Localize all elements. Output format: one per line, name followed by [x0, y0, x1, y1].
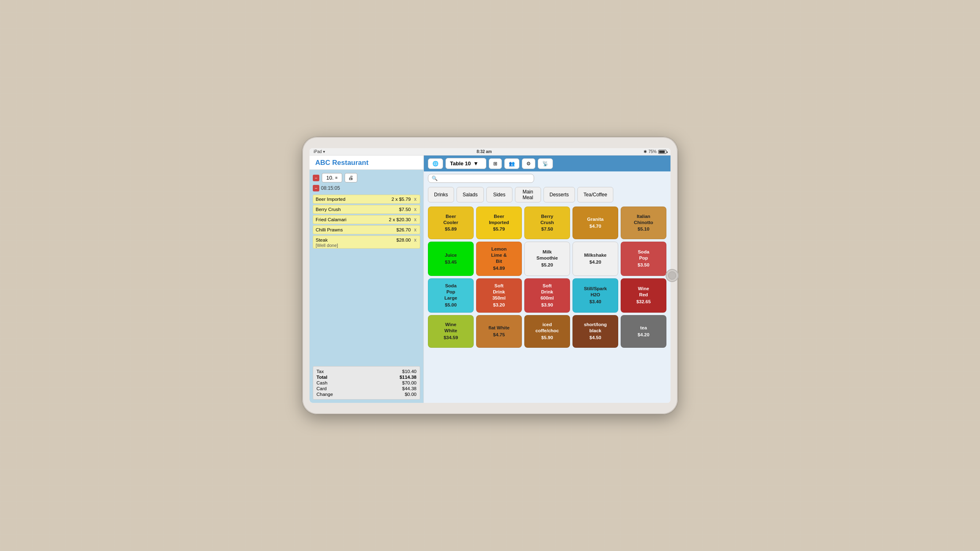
antenna-btn[interactable]: 📡: [538, 158, 553, 169]
menu-item-price: $5.10: [638, 226, 650, 232]
left-panel: ABC Restaurant − 10. ≡ 🖨 −: [310, 156, 424, 403]
menu-item-price: $3.20: [493, 302, 505, 308]
menu-item-name: BerryCrush: [540, 213, 554, 226]
item-note: [Well done]: [313, 242, 420, 249]
menu-item-price: $4.20: [638, 332, 650, 338]
status-bar: iPad ▾ 8:32 am ✱ 75%: [310, 148, 670, 156]
item-price: 2 x $5.79: [392, 197, 411, 202]
menu-item-granita[interactable]: Granita$4.70: [572, 207, 618, 239]
menu-item-beer-cooler[interactable]: BeerCooler$5.89: [428, 207, 474, 239]
tax-value: $10.40: [402, 369, 416, 374]
menu-item-name: SoftDrink600ml: [541, 283, 554, 301]
remove-item-btn[interactable]: x: [413, 207, 417, 212]
menu-item-still-spark[interactable]: Still/SparkH2O$3.40: [572, 278, 618, 313]
globe-icon: 🌐: [432, 161, 439, 167]
search-input[interactable]: [439, 176, 530, 181]
menu-item-price: $3.50: [638, 262, 650, 268]
tab-main-meal[interactable]: MainMeal: [515, 187, 541, 202]
menu-item-wine-red[interactable]: WineRed$32.65: [621, 278, 666, 313]
remove-item-btn[interactable]: x: [413, 237, 417, 243]
item-price: $7.50: [399, 207, 411, 212]
order-item: Chilli Prawns $26.70 x: [313, 225, 420, 234]
menu-item-soft-drink-600[interactable]: SoftDrink600ml$3.90: [524, 278, 570, 313]
tax-label: Tax: [316, 369, 324, 374]
settings-btn[interactable]: ⚙: [522, 158, 535, 169]
item-price: $28.00: [396, 238, 411, 242]
remove-item-btn[interactable]: x: [413, 217, 417, 222]
card-value: $44.38: [402, 386, 416, 391]
menu-item-name: LemonLime &Bit: [491, 246, 507, 264]
menu-item-price: $5.79: [493, 226, 505, 232]
item-name: Beer Imported: [316, 197, 392, 202]
calc-btn[interactable]: ⊞: [489, 158, 502, 169]
menu-item-name: SodaPopLarge: [444, 283, 457, 301]
right-panel: 🌐 Table 10 ▼ ⊞ 👥 ⚙: [424, 156, 670, 403]
tab-desserts[interactable]: Desserts: [543, 187, 575, 202]
order-number[interactable]: 10. ≡: [322, 173, 342, 182]
menu-item-lemon-lime[interactable]: LemonLime &Bit$4.89: [476, 242, 522, 276]
menu-item-soft-drink-350[interactable]: SoftDrink350ml$3.20: [476, 278, 522, 313]
menu-item-soda-pop-large[interactable]: SodaPopLarge$5.00: [428, 278, 474, 313]
menu-item-name: Still/SparkH2O: [584, 286, 607, 298]
menu-item-price: $34.59: [443, 335, 458, 341]
tab-sides[interactable]: Sides: [486, 187, 512, 202]
collapse-time-btn[interactable]: −: [313, 185, 319, 191]
menu-item-wine-white[interactable]: WineWhite$34.59: [428, 315, 474, 348]
order-time-row: − 08:15:05: [313, 185, 420, 191]
battery-icon: [658, 150, 666, 154]
order-item: Fried Calamari 2 x $20.30 x: [313, 215, 420, 224]
status-left: iPad ▾: [314, 149, 325, 154]
menu-item-price: $4.75: [493, 332, 505, 338]
menu-item-name: short/longblack: [584, 322, 607, 334]
menu-item-name: flat White: [488, 325, 510, 331]
menu-item-iced-coffee[interactable]: icedcoffe/choc$5.90: [524, 315, 570, 348]
menu-item-juice[interactable]: Juice$3.45: [428, 242, 474, 276]
tab-salads[interactable]: Salads: [457, 187, 484, 202]
menu-item-price: $5.20: [541, 262, 553, 268]
order-totals: Tax $10.40 Total $114.38 Cash $70.00 C: [313, 366, 420, 400]
menu-item-name: BeerImported: [489, 213, 509, 226]
menu-item-name: SodaPop: [638, 249, 649, 261]
globe-btn[interactable]: 🌐: [428, 158, 443, 169]
menu-item-beer-imported[interactable]: BeerImported$5.79: [476, 207, 522, 239]
item-name: Steak: [316, 238, 396, 242]
order-items-list: Beer Imported 2 x $5.79 x Berry Crush $7…: [313, 195, 420, 363]
menu-item-tea[interactable]: tea$4.20: [621, 315, 666, 348]
search-bar: 🔍: [424, 171, 670, 185]
collapse-order-btn[interactable]: −: [313, 175, 319, 181]
menu-item-flat-white[interactable]: flat White$4.75: [476, 315, 522, 348]
table-label: Table 10: [450, 160, 471, 167]
antenna-icon: 📡: [542, 161, 548, 167]
remove-item-btn[interactable]: x: [413, 227, 417, 233]
menu-item-short-long-black[interactable]: short/longblack$4.50: [572, 315, 618, 348]
home-button[interactable]: [666, 269, 679, 282]
item-name: Fried Calamari: [316, 217, 389, 222]
menu-item-italian-chinotto[interactable]: ItalianChinotto$5.10: [621, 207, 666, 239]
status-time: 8:32 am: [477, 149, 492, 154]
users-btn[interactable]: 👥: [504, 158, 519, 169]
remove-item-btn[interactable]: x: [413, 196, 417, 202]
menu-item-price: $5.00: [445, 302, 457, 308]
ipad-screen: iPad ▾ 8:32 am ✱ 75% ABC Restaurant: [310, 148, 670, 403]
menu-item-name: Juice: [445, 252, 457, 258]
order-num-icon: ≡: [335, 176, 338, 180]
order-time-text: 08:15:05: [321, 185, 340, 191]
menu-item-price: $4.20: [590, 259, 601, 265]
menu-item-soda-pop[interactable]: SodaPop$3.50: [621, 242, 666, 276]
menu-item-name: MilkSmoothie: [537, 249, 558, 261]
menu-item-price: $4.70: [590, 223, 601, 229]
card-label: Card: [316, 386, 327, 391]
menu-item-price: $4.50: [590, 335, 601, 341]
item-name: Chilli Prawns: [316, 227, 396, 232]
total-row: Total $114.38: [316, 374, 416, 380]
tab-drinks[interactable]: Drinks: [428, 187, 454, 202]
menu-item-milk-smoothie[interactable]: MilkSmoothie$5.20: [524, 242, 570, 276]
table-selector[interactable]: Table 10 ▼: [445, 158, 486, 169]
dropdown-arrow: ▼: [473, 160, 479, 167]
print-btn[interactable]: 🖨: [345, 173, 357, 182]
item-price: $26.70: [396, 227, 411, 232]
gear-icon: ⚙: [526, 161, 531, 167]
tab-tea-coffee[interactable]: Tea/Coffee: [577, 187, 613, 202]
menu-item-milkshake[interactable]: Milkshake$4.20: [572, 242, 618, 276]
menu-item-berry-crush[interactable]: BerryCrush$7.50: [524, 207, 570, 239]
